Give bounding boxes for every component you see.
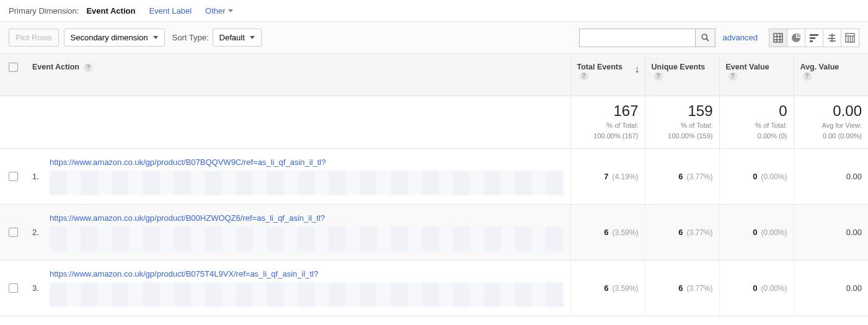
table-row: 1.https://www.amazon.co.uk/gp/product/B0… (0, 148, 868, 204)
search-button[interactable] (695, 29, 715, 47)
view-pie-button[interactable] (787, 29, 805, 47)
svg-rect-2 (774, 33, 782, 42)
event-action-link[interactable]: https://www.amazon.co.uk/gp/product/B00H… (50, 213, 325, 223)
svg-point-0 (702, 34, 707, 39)
comparison-icon (827, 33, 837, 43)
row-action: https://www.amazon.co.uk/gp/product/B00H… (43, 204, 570, 260)
pie-icon (791, 33, 801, 43)
row-avg-value: 0.00 (794, 204, 868, 260)
select-all-checkbox[interactable] (9, 63, 18, 72)
dimension-event-label[interactable]: Event Label (149, 6, 192, 16)
header-avg-value[interactable]: Avg. Value ? (794, 54, 868, 96)
primary-dimension-label: Primary Dimension: (9, 6, 79, 16)
event-action-link[interactable]: https://www.amazon.co.uk/gp/product/B075… (50, 269, 318, 278)
controls-row: Plot Rows Secondary dimension Sort Type:… (0, 22, 868, 54)
row-index: 3. (26, 260, 43, 316)
row-unique-events: 6(3.77%) (645, 148, 719, 204)
secondary-dimension-button[interactable]: Secondary dimension (64, 29, 165, 47)
view-pivot-button[interactable] (841, 29, 859, 47)
header-event-value-label: Event Value (726, 63, 769, 71)
row-checkbox[interactable] (9, 228, 18, 237)
summary-unique-events: 159 % of Total: 100.00% (159) (645, 96, 719, 149)
summary-event-value: 0 % of Total: 0.00% (0) (719, 96, 794, 149)
help-icon[interactable]: ? (654, 72, 663, 81)
row-event-value: 0(0.00%) (719, 204, 794, 260)
help-icon[interactable]: ? (580, 72, 588, 81)
redacted-area (50, 282, 564, 307)
row-checkbox[interactable] (9, 172, 18, 181)
bar-icon (809, 33, 819, 43)
caret-down-icon (250, 36, 255, 39)
caret-down-icon (153, 36, 158, 39)
controls-right: advanced (579, 29, 859, 47)
dimension-other[interactable]: Other (205, 6, 233, 16)
row-unique-events: 6(3.77%) (645, 260, 719, 316)
search-icon (701, 33, 710, 42)
help-icon[interactable]: ? (84, 63, 92, 72)
help-icon[interactable]: ? (728, 72, 737, 81)
row-index: 2. (26, 204, 43, 260)
header-checkbox-cell (0, 54, 26, 96)
header-unique-events[interactable]: Unique Events ? (645, 54, 719, 96)
svg-rect-9 (810, 40, 813, 42)
row-index: 1. (26, 148, 43, 204)
search-input[interactable] (580, 29, 695, 47)
row-action: https://www.amazon.co.uk/gp/product/B075… (43, 260, 570, 316)
header-unique-events-label: Unique Events (652, 63, 706, 71)
row-checkbox[interactable] (9, 283, 18, 293)
secondary-dimension-label: Secondary dimension (71, 33, 148, 42)
header-event-action-label: Event Action (32, 63, 79, 71)
view-bar-button[interactable] (805, 29, 823, 47)
table-row: 3.https://www.amazon.co.uk/gp/product/B0… (0, 260, 868, 316)
event-action-link[interactable]: https://www.amazon.co.uk/gp/product/B07B… (50, 158, 326, 167)
help-icon[interactable]: ? (803, 72, 812, 81)
sort-type-button[interactable]: Default (213, 29, 262, 47)
sort-desc-icon: ↓ (635, 64, 640, 75)
header-total-events-label: Total Events (577, 63, 622, 71)
row-action: https://www.amazon.co.uk/gp/product/B07B… (43, 148, 570, 204)
pivot-icon (845, 33, 855, 43)
row-avg-value: 0.00 (794, 260, 868, 316)
row-total-events: 6(3.59%) (570, 260, 645, 316)
header-event-action[interactable]: Event Action ? (26, 54, 570, 96)
row-avg-value: 0.00 (794, 148, 868, 204)
caret-down-icon (228, 9, 233, 12)
redacted-area (50, 226, 564, 251)
dimension-other-label: Other (205, 6, 226, 16)
row-event-value: 0(0.00%) (719, 260, 794, 316)
svg-rect-7 (810, 34, 818, 36)
primary-dimension-bar: Primary Dimension: Event Action Event La… (0, 0, 868, 22)
sort-type-value: Default (219, 33, 245, 42)
sort-type-label: Sort Type: (172, 33, 209, 42)
table-icon (773, 33, 783, 43)
plot-rows-button[interactable]: Plot Rows (9, 29, 59, 47)
view-table-button[interactable] (769, 29, 787, 47)
row-total-events: 7(4.19%) (570, 148, 645, 204)
row-unique-events: 6(3.77%) (645, 204, 719, 260)
header-event-value[interactable]: Event Value ? (719, 54, 794, 96)
summary-avg-value: 0.00 Avg for View: 0.00 (0.00%) (794, 96, 868, 149)
data-table: Event Action ? Total Events ↓ ? Unique E… (0, 54, 868, 316)
row-total-events: 6(3.59%) (570, 204, 645, 260)
header-total-events[interactable]: Total Events ↓ ? (570, 54, 645, 96)
advanced-link[interactable]: advanced (723, 33, 758, 42)
redacted-area (50, 171, 564, 195)
svg-line-1 (706, 38, 709, 41)
summary-total-events: 167 % of Total: 100.00% (167) (570, 96, 645, 149)
view-comparison-button[interactable] (823, 29, 841, 47)
header-avg-value-label: Avg. Value (800, 63, 839, 71)
table-row: 2.https://www.amazon.co.uk/gp/product/B0… (0, 204, 868, 260)
summary-row: 167 % of Total: 100.00% (167) 159 % of T… (0, 96, 868, 149)
svg-rect-8 (810, 37, 815, 39)
row-event-value: 0(0.00%) (719, 148, 794, 204)
search-box (579, 29, 715, 47)
dimension-event-action[interactable]: Event Action (86, 6, 135, 16)
view-buttons (769, 29, 859, 47)
